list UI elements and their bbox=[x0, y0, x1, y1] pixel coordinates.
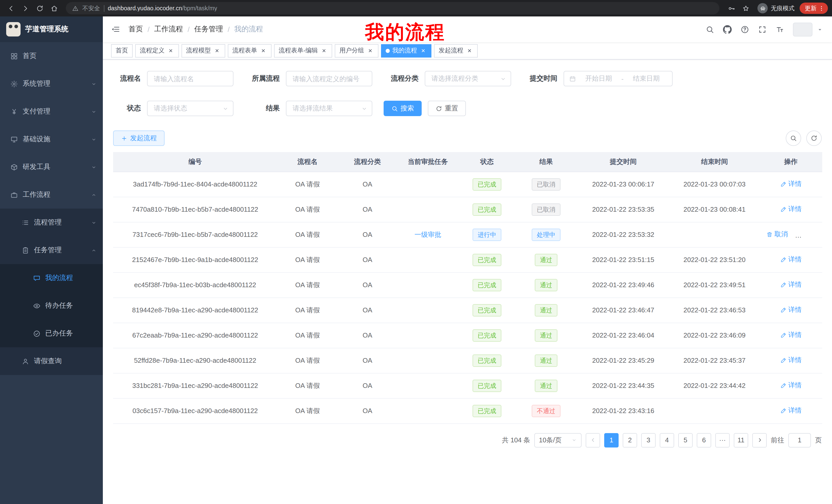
tab-process-definition[interactable]: 流程定义× bbox=[135, 44, 179, 57]
reset-button[interactable]: 重置 bbox=[428, 101, 466, 116]
password-key-button[interactable] bbox=[725, 2, 738, 15]
close-icon[interactable]: × bbox=[167, 47, 174, 54]
font-size-icon[interactable] bbox=[775, 25, 784, 34]
sidebar-item-home[interactable]: 首页 bbox=[0, 42, 103, 70]
sidebar-item-my-process[interactable]: 我的流程 bbox=[0, 264, 103, 292]
browser-back-button[interactable] bbox=[4, 2, 18, 15]
pagination-more-button[interactable]: ··· bbox=[715, 433, 730, 447]
star-icon bbox=[742, 4, 750, 12]
detail-action-link[interactable]: 详情 bbox=[780, 331, 802, 340]
sidebar-item-workflow[interactable]: 工作流程 bbox=[0, 181, 103, 208]
yen-icon bbox=[10, 108, 18, 115]
sidebar-item-system[interactable]: 系统管理 bbox=[0, 70, 103, 97]
app-logo[interactable]: 芋道管理系统 bbox=[0, 17, 103, 42]
pagination-prev-button[interactable] bbox=[586, 433, 600, 447]
process-table: 编号流程名流程分类当前审批任务状态结果提交时间结束时间操作 3ad174fb-7… bbox=[113, 152, 822, 424]
breadcrumb-item-workflow[interactable]: 工作流程 bbox=[154, 25, 183, 34]
incognito-avatar bbox=[757, 3, 768, 13]
pagination-page-1-button[interactable]: 1 bbox=[604, 433, 619, 447]
breadcrumb-item-task-management[interactable]: 任务管理 bbox=[194, 25, 223, 34]
sidebar-item-todo-tasks[interactable]: 待办任务 bbox=[0, 292, 103, 319]
github-icon[interactable] bbox=[723, 25, 732, 34]
fullscreen-icon[interactable] bbox=[758, 25, 767, 34]
cell-current-task bbox=[397, 197, 459, 222]
caret-down-icon[interactable] bbox=[817, 26, 823, 32]
edit-icon bbox=[780, 206, 787, 213]
start-process-button[interactable]: 发起流程 bbox=[113, 131, 164, 146]
cell-actions: 详情 bbox=[759, 323, 822, 348]
tab-home[interactable]: 首页 bbox=[111, 44, 133, 57]
tab-process-form[interactable]: 流程表单× bbox=[228, 44, 271, 57]
close-icon[interactable]: × bbox=[466, 47, 473, 54]
cell-id: 7317cec6-7b9b-11ec-b5b7-acde48001122 bbox=[113, 222, 277, 247]
result-select[interactable]: 请选择流结果 bbox=[286, 101, 372, 116]
detail-action-link[interactable]: 详情 bbox=[780, 205, 802, 214]
sidebar-item-leave-query[interactable]: 请假查询 bbox=[0, 347, 103, 375]
close-icon[interactable]: × bbox=[320, 47, 328, 54]
chev-down-icon bbox=[91, 136, 97, 142]
toggle-search-button[interactable] bbox=[786, 131, 801, 146]
close-icon[interactable]: × bbox=[260, 47, 267, 54]
cell-result: 通过 bbox=[515, 272, 577, 298]
tab-start-process[interactable]: 发起流程× bbox=[434, 44, 478, 57]
detail-action-link[interactable]: 详情 bbox=[780, 381, 802, 390]
cell-status: 已完成 bbox=[459, 172, 515, 197]
close-icon[interactable]: × bbox=[213, 47, 220, 54]
pagination-page-11-button[interactable]: 11 bbox=[734, 433, 748, 447]
tab-process-form-edit[interactable]: 流程表单-编辑× bbox=[274, 44, 332, 57]
browser-home-button[interactable] bbox=[47, 2, 61, 15]
sidebar-item-task-management[interactable]: 任务管理 bbox=[0, 236, 103, 264]
browser-forward-button[interactable] bbox=[19, 2, 32, 15]
tab-my-process[interactable]: 我的流程× bbox=[381, 44, 432, 57]
cell-result: 通过 bbox=[515, 247, 577, 272]
submit-time-range-picker[interactable]: 开始日期 - 结束日期 bbox=[564, 71, 673, 86]
current-task-link[interactable]: 一级审批 bbox=[414, 230, 441, 238]
category-select[interactable]: 请选择流程分类 bbox=[425, 71, 511, 86]
close-icon[interactable]: × bbox=[367, 47, 374, 54]
menu-dots-icon[interactable] bbox=[818, 5, 825, 11]
pagination-page-4-button[interactable]: 4 bbox=[660, 433, 674, 447]
status-select[interactable]: 请选择状态 bbox=[147, 101, 233, 116]
pagination-page-5-button[interactable]: 5 bbox=[678, 433, 693, 447]
cancel-action-link[interactable]: 取消 bbox=[766, 230, 788, 239]
process-name-input[interactable] bbox=[147, 71, 233, 86]
breadcrumb-separator: / bbox=[228, 25, 230, 33]
refresh-table-button[interactable] bbox=[806, 131, 822, 146]
close-icon[interactable]: × bbox=[420, 47, 427, 54]
sidebar-item-devtools[interactable]: 研发工具 bbox=[0, 153, 103, 181]
goto-page-input[interactable] bbox=[788, 433, 811, 447]
tab-user-group[interactable]: 用户分组× bbox=[335, 44, 379, 57]
address-bar[interactable]: 不安全 dashboard.yudao.iocoder.cn/bpm/task/… bbox=[66, 2, 719, 15]
detail-action-link[interactable]: 详情 bbox=[780, 356, 802, 365]
search-icon[interactable] bbox=[705, 25, 714, 34]
breadcrumb-item-home[interactable]: 首页 bbox=[129, 25, 143, 34]
sidebar-toggle-button[interactable] bbox=[106, 20, 126, 39]
pagination-page-2-button[interactable]: 2 bbox=[623, 433, 637, 447]
pagination-page-6-button[interactable]: 6 bbox=[697, 433, 711, 447]
sidebar-item-infrastructure[interactable]: 基础设施 bbox=[0, 125, 103, 153]
cell-category: OA bbox=[338, 398, 397, 423]
start-date-placeholder: 开始日期 bbox=[578, 74, 619, 83]
pagination-next-button[interactable] bbox=[752, 433, 767, 447]
help-question-icon[interactable] bbox=[740, 25, 749, 34]
detail-action-link[interactable]: 详情 bbox=[780, 305, 802, 315]
detail-action-link[interactable]: 详情 bbox=[780, 255, 802, 264]
pagination-page-3-button[interactable]: 3 bbox=[641, 433, 656, 447]
page-size-select[interactable]: 10条/页 bbox=[534, 433, 581, 447]
sidebar-item-done-tasks[interactable]: 已办任务 bbox=[0, 319, 103, 347]
tab-process-model[interactable]: 流程模型× bbox=[182, 44, 225, 57]
process-def-input[interactable] bbox=[286, 71, 372, 86]
user-avatar[interactable] bbox=[793, 22, 812, 36]
result-tag: 通过 bbox=[535, 279, 557, 291]
result-placeholder: 请选择流结果 bbox=[293, 104, 333, 113]
sidebar-item-process-management[interactable]: 流程管理 bbox=[0, 208, 103, 236]
browser-reload-button[interactable] bbox=[33, 2, 46, 15]
sidebar-item-payment[interactable]: 支付管理 bbox=[0, 97, 103, 125]
detail-action-link[interactable]: 详情 bbox=[780, 179, 802, 189]
detail-action-link[interactable]: 详情 bbox=[780, 406, 802, 415]
cell-current-task bbox=[397, 398, 459, 423]
detail-action-link[interactable]: 详情 bbox=[780, 280, 802, 289]
search-button[interactable]: 搜索 bbox=[384, 101, 422, 116]
browser-update-button[interactable]: 更新 bbox=[800, 3, 828, 14]
bookmark-star-button[interactable] bbox=[739, 2, 752, 15]
